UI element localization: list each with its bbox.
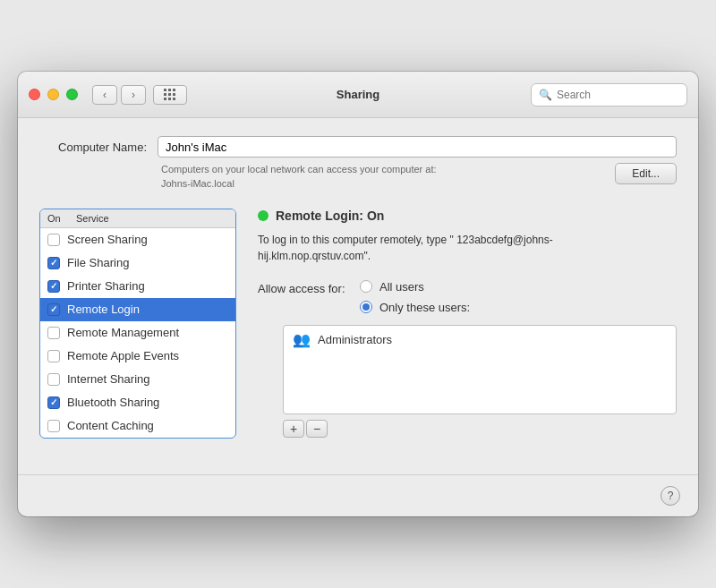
service-label-remote-management: Remote Management	[67, 326, 179, 339]
service-item-printer-sharing[interactable]: Printer Sharing	[40, 275, 235, 298]
forward-icon: ›	[132, 89, 135, 101]
search-icon: 🔍	[539, 89, 552, 101]
services-header: On Service	[40, 209, 235, 228]
search-input[interactable]	[557, 89, 679, 101]
preferences-window: ‹ › Sharing 🔍 Computer Name:	[18, 72, 698, 516]
checkbox-internet-sharing[interactable]	[47, 373, 60, 386]
fullscreen-button[interactable]	[66, 89, 78, 100]
radio-these-label: Only these users:	[379, 301, 470, 314]
detail-panel: Remote Login: On To log in to this compu…	[236, 209, 677, 439]
checkbox-screen-sharing[interactable]	[47, 234, 60, 246]
back-icon: ‹	[103, 89, 107, 101]
service-item-bluetooth-sharing[interactable]: Bluetooth Sharing	[40, 391, 235, 414]
service-label-content-caching: Content Caching	[67, 419, 154, 432]
forward-button[interactable]: ›	[121, 85, 146, 105]
service-label-remote-login: Remote Login	[67, 303, 140, 316]
remove-user-button[interactable]: −	[306, 420, 328, 438]
user-label-administrators: Administrators	[318, 333, 392, 346]
main-panel: On Service Screen Sharing File Sharing P…	[39, 209, 677, 439]
service-item-file-sharing[interactable]: File Sharing	[40, 251, 235, 275]
window-title: Sharing	[337, 88, 379, 101]
service-item-content-caching[interactable]: Content Caching	[40, 414, 235, 438]
allow-access-options: All users Only these users:	[356, 280, 470, 318]
status-text: Remote Login: On	[276, 209, 384, 223]
checkbox-file-sharing[interactable]	[47, 257, 60, 269]
group-icon: 👥	[293, 331, 311, 348]
traffic-lights	[29, 89, 78, 100]
radio-row-these: Only these users:	[356, 301, 470, 314]
service-label-screen-sharing: Screen Sharing	[67, 233, 148, 246]
list-item[interactable]: 👥 Administrators	[284, 326, 676, 354]
grid-view-button[interactable]	[153, 85, 187, 105]
service-item-internet-sharing[interactable]: Internet Sharing	[40, 368, 235, 391]
service-label-printer-sharing: Printer Sharing	[67, 279, 145, 293]
edit-button[interactable]: Edit...	[615, 163, 677, 184]
close-button[interactable]	[29, 89, 40, 100]
status-desc: To log in to this computer remotely, typ…	[258, 232, 677, 264]
help-button[interactable]: ?	[661, 486, 680, 506]
status-row: Remote Login: On	[258, 209, 677, 223]
list-controls: + −	[283, 420, 677, 438]
checkbox-remote-apple-events[interactable]	[47, 350, 60, 362]
col-on-label: On	[47, 213, 76, 224]
computer-name-desc: Computers on your local network can acce…	[161, 163, 437, 191]
service-item-screen-sharing[interactable]: Screen Sharing	[40, 228, 235, 251]
computer-name-section: Computer Name: Computers on your local n…	[39, 136, 677, 191]
computer-name-label: Computer Name:	[39, 141, 147, 154]
col-service-label: Service	[76, 213, 109, 224]
checkbox-remote-login[interactable]	[47, 303, 60, 316]
titlebar: ‹ › Sharing 🔍	[18, 72, 698, 118]
radio-all-label: All users	[379, 280, 424, 294]
computer-name-sub: Computers on your local network can acce…	[39, 163, 677, 191]
service-label-bluetooth-sharing: Bluetooth Sharing	[67, 396, 159, 409]
checkbox-bluetooth-sharing[interactable]	[47, 396, 60, 409]
minimize-button[interactable]	[47, 89, 59, 100]
checkbox-printer-sharing[interactable]	[47, 280, 60, 293]
radio-these-users[interactable]	[360, 301, 372, 313]
users-list: 👥 Administrators	[283, 325, 677, 414]
allow-access-section: Allow access for: All users Only these u…	[258, 280, 677, 318]
radio-row-all: All users	[356, 280, 470, 294]
computer-name-row: Computer Name:	[39, 136, 677, 158]
back-button[interactable]: ‹	[92, 85, 117, 105]
nav-buttons: ‹ ›	[92, 85, 146, 105]
service-item-remote-login[interactable]: Remote Login	[40, 298, 235, 321]
status-indicator	[258, 210, 268, 221]
search-box[interactable]: 🔍	[531, 83, 687, 107]
grid-icon	[164, 89, 176, 101]
radio-all-users[interactable]	[360, 280, 372, 293]
service-label-remote-apple-events: Remote Apple Events	[67, 349, 179, 362]
add-user-button[interactable]: +	[283, 420, 304, 438]
checkbox-remote-management[interactable]	[47, 327, 60, 339]
services-panel: On Service Screen Sharing File Sharing P…	[39, 209, 236, 439]
service-label-internet-sharing: Internet Sharing	[67, 372, 150, 386]
computer-name-input[interactable]	[158, 136, 677, 158]
service-item-remote-apple-events[interactable]: Remote Apple Events	[40, 345, 235, 368]
service-item-remote-management[interactable]: Remote Management	[40, 321, 235, 345]
checkbox-content-caching[interactable]	[47, 420, 60, 432]
content-area: Computer Name: Computers on your local n…	[18, 118, 698, 456]
allow-access-label: Allow access for:	[258, 280, 356, 295]
bottom-bar: ?	[18, 474, 698, 516]
service-label-file-sharing: File Sharing	[67, 256, 129, 269]
